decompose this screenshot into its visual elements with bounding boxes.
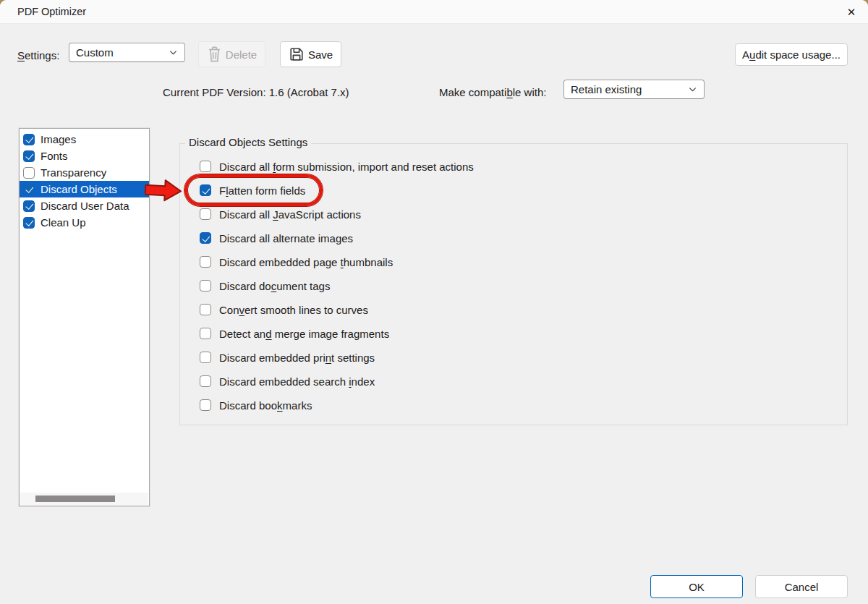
- option-row: Discard document tags: [200, 280, 847, 292]
- checkbox[interactable]: [23, 184, 35, 195]
- checkbox[interactable]: [200, 161, 211, 172]
- sidebar-item-transparency[interactable]: Transparency: [20, 164, 149, 181]
- checkbox[interactable]: [23, 217, 35, 229]
- chevron-down-icon: [169, 48, 178, 57]
- checkbox[interactable]: [200, 256, 211, 268]
- option-row: Discard all alternate images: [200, 232, 847, 244]
- option-label: Discard document tags: [219, 280, 330, 292]
- save-button[interactable]: Save: [280, 41, 341, 67]
- sidebar-item-clean-up[interactable]: Clean Up: [20, 214, 149, 231]
- compatibility-dropdown[interactable]: Retain existing: [563, 80, 705, 99]
- checkbox[interactable]: [200, 280, 211, 292]
- cancel-button[interactable]: Cancel: [755, 575, 848, 598]
- option-label: Discard all alternate images: [219, 232, 353, 244]
- delete-button[interactable]: Delete: [198, 41, 265, 67]
- option-label: Discard all form submission, import and …: [219, 161, 474, 173]
- checkbox[interactable]: [23, 134, 35, 145]
- checkbox[interactable]: [200, 208, 211, 220]
- option-row: Discard embedded search index: [200, 375, 847, 387]
- audit-space-usage-label: Audit space usage...: [742, 48, 841, 61]
- window-title: PDF Optimizer: [17, 0, 86, 24]
- option-row: Detect and merge image fragments: [200, 328, 847, 339]
- sidebar-item-discard-user-data[interactable]: Discard User Data: [20, 197, 149, 214]
- checkbox[interactable]: [200, 232, 211, 244]
- option-row: Discard embedded page thumbnails: [200, 256, 847, 268]
- option-label: Discard all JavaScript actions: [219, 208, 361, 221]
- option-row: Discard all JavaScript actions: [200, 208, 847, 220]
- trash-icon: [207, 46, 222, 63]
- sidebar-item-label: Clean Up: [41, 216, 86, 229]
- checkbox[interactable]: [23, 150, 35, 162]
- chevron-down-icon: [688, 85, 697, 94]
- checkbox[interactable]: [200, 328, 211, 339]
- option-row: Discard bookmarks: [200, 399, 847, 411]
- checkbox[interactable]: [23, 200, 35, 212]
- sidebar-item-label: Transparency: [41, 166, 106, 179]
- checkbox[interactable]: [200, 304, 211, 315]
- settings-label: Settings:: [17, 49, 59, 61]
- option-label: Discard embedded page thumbnails: [219, 256, 393, 268]
- checkbox[interactable]: [200, 352, 211, 363]
- delete-button-label: Delete: [226, 48, 257, 61]
- titlebar: PDF Optimizer ✕: [0, 0, 868, 24]
- sidebar-item-images[interactable]: Images: [20, 131, 149, 148]
- compatibility-dropdown-value: Retain existing: [571, 83, 642, 95]
- cancel-button-label: Cancel: [785, 581, 819, 593]
- audit-space-usage-button[interactable]: Audit space usage...: [735, 43, 848, 66]
- checkbox[interactable]: [200, 399, 211, 411]
- current-pdf-version-text: Current PDF Version: 1.6 (Acrobat 7.x): [163, 86, 349, 98]
- option-label: Detect and merge image fragments: [219, 328, 389, 340]
- sidebar-item-label: Images: [41, 133, 76, 145]
- ok-button[interactable]: OK: [650, 575, 743, 598]
- make-compatible-label: Make compatible with:: [439, 86, 546, 98]
- horizontal-scrollbar[interactable]: [20, 493, 148, 505]
- highlight-oval-annotation: [184, 174, 323, 206]
- save-button-label: Save: [308, 48, 333, 61]
- option-row: Discard all form submission, import and …: [200, 161, 847, 172]
- checkbox[interactable]: [200, 375, 211, 387]
- settings-dropdown[interactable]: Custom: [69, 43, 185, 62]
- option-label: Discard bookmarks: [219, 399, 312, 412]
- save-icon: [289, 46, 305, 62]
- ok-button-label: OK: [689, 581, 705, 593]
- option-row: Convert smooth lines to curves: [200, 304, 847, 315]
- close-icon[interactable]: ✕: [841, 3, 861, 21]
- optimizer-category-list: ImagesFontsTransparencyDiscard ObjectsDi…: [19, 128, 150, 506]
- red-arrow-icon: [145, 177, 184, 205]
- checkbox[interactable]: [23, 167, 35, 179]
- sidebar-item-label: Discard Objects: [41, 183, 117, 195]
- sidebar-item-discard-objects[interactable]: Discard Objects: [20, 181, 149, 197]
- option-label: Discard embedded print settings: [219, 352, 375, 364]
- group-title: Discard Objects Settings: [185, 136, 311, 148]
- option-row: Discard embedded print settings: [200, 352, 847, 363]
- option-label: Convert smooth lines to curves: [219, 304, 368, 316]
- option-label: Discard embedded search index: [219, 375, 375, 388]
- sidebar-item-fonts[interactable]: Fonts: [20, 148, 149, 164]
- pdf-optimizer-dialog: PDF Optimizer ✕ Settings: Custom Delete: [0, 0, 868, 604]
- settings-dropdown-value: Custom: [76, 46, 114, 59]
- sidebar-item-label: Fonts: [41, 150, 68, 162]
- scrollbar-thumb[interactable]: [35, 495, 115, 502]
- sidebar-item-label: Discard User Data: [41, 200, 129, 212]
